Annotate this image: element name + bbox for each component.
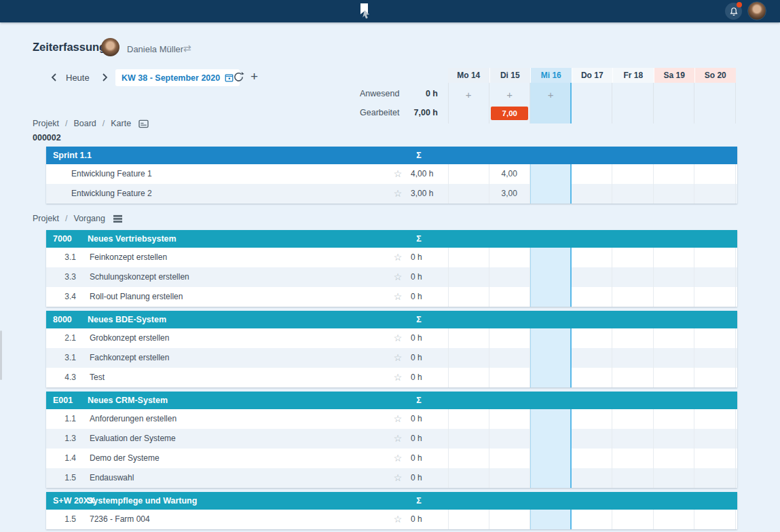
scrollbar-thumb[interactable] — [0, 330, 2, 380]
refresh-icon[interactable] — [233, 71, 245, 83]
time-entry-cell[interactable] — [489, 348, 531, 368]
time-entry-cell[interactable] — [612, 468, 654, 488]
time-entry-cell[interactable] — [694, 510, 736, 529]
time-entry-cell[interactable] — [612, 287, 654, 307]
time-entry-cell[interactable] — [489, 510, 531, 529]
time-entry-cell[interactable] — [530, 328, 572, 348]
time-entry-cell[interactable] — [612, 368, 654, 387]
time-entry-cell[interactable] — [448, 348, 489, 368]
time-entry-cell[interactable] — [612, 267, 654, 287]
task-row[interactable]: 1.1Anforderungen erstellen☆0 h — [46, 409, 737, 429]
time-entry-cell[interactable] — [654, 368, 695, 387]
time-entry-cell[interactable] — [654, 164, 695, 184]
time-entry-cell[interactable] — [654, 348, 695, 368]
card-icon[interactable] — [138, 119, 149, 128]
time-entry-cell[interactable] — [448, 184, 489, 204]
time-entry-cell[interactable] — [612, 164, 654, 184]
time-entry-cell[interactable] — [489, 368, 531, 387]
time-entry-cell[interactable] — [530, 429, 572, 449]
favorite-star-icon[interactable]: ☆ — [391, 348, 405, 368]
time-entry-cell[interactable] — [572, 468, 613, 488]
time-entry-cell[interactable] — [489, 267, 531, 287]
notifications-button[interactable] — [725, 3, 742, 20]
time-entry-cell[interactable] — [530, 368, 572, 387]
time-entry-cell[interactable] — [448, 368, 489, 387]
task-row[interactable]: 2.1Grobkonzept erstellen☆0 h — [46, 328, 737, 348]
add-time-button[interactable]: + — [506, 90, 513, 100]
time-entry-cell[interactable] — [489, 248, 531, 267]
time-entry-cell[interactable] — [654, 449, 695, 468]
crumb-projekt[interactable]: Projekt — [33, 119, 59, 128]
table-header[interactable]: S+W 20XXSystempflege und WartungΣ — [46, 492, 737, 510]
add-entry-button[interactable]: + — [250, 69, 258, 84]
crumb-board[interactable]: Board — [73, 119, 96, 128]
favorite-star-icon[interactable]: ☆ — [391, 468, 405, 488]
time-entry-cell[interactable] — [448, 267, 489, 287]
time-entry-cell[interactable] — [530, 348, 572, 368]
time-entry-cell[interactable] — [448, 248, 489, 267]
task-row[interactable]: Entwicklung Feature 1☆4,00 h4,00 — [46, 164, 737, 184]
table-header[interactable]: 8000Neues BDE-SystemΣ — [46, 311, 737, 328]
favorite-star-icon[interactable]: ☆ — [391, 510, 405, 529]
time-entry-cell[interactable] — [612, 449, 654, 468]
time-entry-cell[interactable] — [448, 164, 489, 184]
time-entry-cell[interactable] — [448, 468, 489, 488]
add-time-button[interactable]: + — [548, 90, 554, 100]
time-entry-cell[interactable] — [572, 184, 613, 204]
time-entry-cell[interactable] — [489, 287, 531, 307]
task-row[interactable]: 1.4Demo der Systeme☆0 h — [46, 449, 737, 468]
favorite-star-icon[interactable]: ☆ — [391, 248, 405, 267]
time-entry-cell[interactable] — [572, 248, 613, 267]
time-entry-cell[interactable] — [572, 368, 613, 387]
user-avatar[interactable] — [747, 1, 766, 20]
time-entry-cell[interactable] — [489, 328, 531, 348]
time-entry-cell[interactable] — [612, 510, 654, 529]
time-entry-cell[interactable] — [612, 348, 654, 368]
time-entry-cell[interactable] — [654, 328, 695, 348]
task-row[interactable]: 3.1Fachkonzept erstellen☆0 h — [46, 348, 737, 368]
time-entry-cell[interactable] — [694, 287, 736, 307]
time-entry-cell[interactable]: 4,00 — [489, 164, 531, 184]
favorite-star-icon[interactable]: ☆ — [391, 287, 405, 307]
time-entry-cell[interactable] — [572, 429, 613, 449]
time-entry-cell[interactable] — [654, 409, 695, 429]
time-entry-cell[interactable] — [694, 267, 736, 287]
time-entry-cell[interactable] — [489, 449, 531, 468]
favorite-star-icon[interactable]: ☆ — [391, 267, 405, 287]
task-row[interactable]: 3.4Roll-out Planung erstellen☆0 h — [46, 287, 737, 307]
time-entry-cell[interactable]: 3,00 — [489, 184, 531, 204]
task-row[interactable]: 1.3Evaluation der Systeme☆0 h — [46, 429, 737, 449]
next-week-button[interactable] — [99, 72, 110, 83]
favorite-star-icon[interactable]: ☆ — [391, 368, 405, 387]
time-entry-cell[interactable] — [530, 184, 572, 204]
time-entry-cell[interactable] — [654, 429, 695, 449]
time-entry-cell[interactable] — [694, 164, 736, 184]
task-row[interactable]: 1.5Endauswahl☆0 h — [46, 468, 737, 488]
time-entry-cell[interactable] — [572, 510, 613, 529]
time-entry-cell[interactable] — [572, 328, 613, 348]
time-entry-cell[interactable] — [448, 409, 489, 429]
time-entry-cell[interactable] — [489, 468, 531, 488]
time-entry-cell[interactable] — [612, 429, 654, 449]
worked-hours-badge[interactable]: 7,00 — [491, 107, 528, 120]
time-entry-cell[interactable] — [612, 328, 654, 348]
time-entry-cell[interactable] — [448, 287, 489, 307]
favorite-star-icon[interactable]: ☆ — [391, 449, 405, 468]
time-entry-cell[interactable] — [448, 449, 489, 468]
today-button[interactable]: Heute — [66, 73, 90, 83]
time-entry-cell[interactable] — [694, 348, 736, 368]
add-time-button[interactable]: + — [466, 90, 472, 100]
time-entry-cell[interactable] — [694, 328, 736, 348]
time-entry-cell[interactable] — [612, 248, 654, 267]
favorite-star-icon[interactable]: ☆ — [391, 409, 405, 429]
time-entry-cell[interactable] — [530, 287, 572, 307]
crumb-projekt-2[interactable]: Projekt — [33, 214, 59, 223]
time-entry-cell[interactable] — [654, 184, 695, 204]
time-entry-cell[interactable] — [572, 287, 613, 307]
task-row[interactable]: 1.57236 - Farm 004☆0 h — [46, 510, 737, 529]
time-entry-cell[interactable] — [612, 409, 654, 429]
favorite-star-icon[interactable]: ☆ — [391, 184, 405, 204]
task-row[interactable]: 3.3Schulungskonzept erstellen☆0 h — [46, 267, 737, 287]
time-entry-cell[interactable] — [694, 248, 736, 267]
time-entry-cell[interactable] — [694, 368, 736, 387]
